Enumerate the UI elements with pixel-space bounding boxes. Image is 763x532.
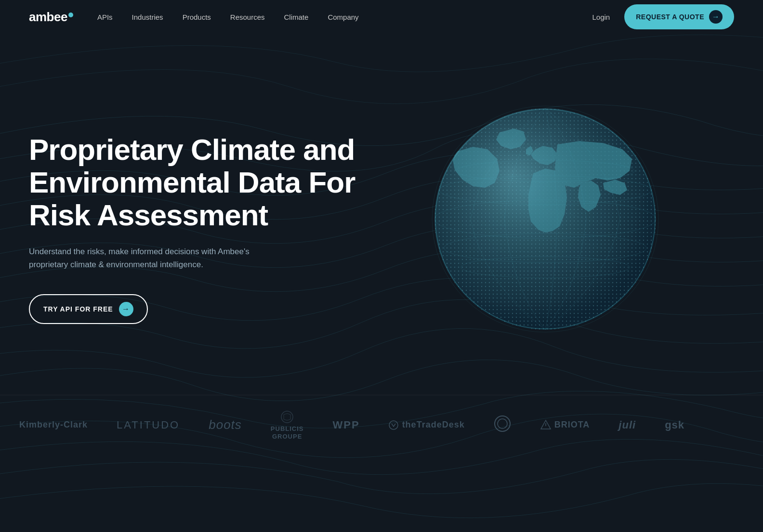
logo-juli: juli — [618, 419, 636, 431]
logo-publicis: PUBLICISGROUPE — [271, 410, 304, 440]
logo-circle-icon — [494, 415, 511, 435]
nav-item-products[interactable]: Products — [183, 13, 211, 21]
hero-section: Proprietary Climate and Environmental Da… — [0, 34, 763, 395]
logo-text: ambee — [29, 10, 67, 25]
logo-kimberly-clark: Kimberly-Clark — [19, 420, 88, 430]
hero-title: Proprietary Climate and Environmental Da… — [29, 133, 356, 232]
nav-item-company[interactable]: Company — [328, 13, 358, 21]
logo-boots: boots — [209, 417, 242, 432]
request-quote-label: REQUEST A QUOTE — [636, 13, 704, 21]
try-api-label: TRY API FOR FREE — [43, 305, 113, 313]
logo[interactable]: ambee — [29, 10, 73, 25]
nav-item-resources[interactable]: Resources — [230, 13, 265, 21]
svg-point-14 — [495, 416, 510, 431]
nav-item-climate[interactable]: Climate — [284, 13, 309, 21]
nav-right: Login REQUEST A QUOTE → — [592, 4, 734, 29]
nav-item-apis[interactable]: APIs — [97, 13, 113, 21]
nav-item-industries[interactable]: Industries — [132, 13, 163, 21]
request-quote-arrow-icon: → — [709, 10, 723, 24]
svg-point-13 — [389, 421, 398, 429]
logo-latitudo: LATITUDO — [117, 419, 180, 431]
login-button[interactable]: Login — [592, 13, 610, 21]
hero-globe — [356, 104, 734, 335]
logo-briota: BRIOTA — [540, 419, 590, 431]
try-api-button[interactable]: TRY API FOR FREE → — [29, 294, 148, 324]
navbar: ambee APIs Industries Products Resources… — [0, 0, 763, 34]
hero-content: Proprietary Climate and Environmental Da… — [29, 114, 356, 324]
try-api-arrow-icon: → — [119, 302, 133, 316]
request-quote-button[interactable]: REQUEST A QUOTE → — [624, 4, 734, 29]
logo-dot — [68, 13, 73, 17]
client-logos-strip: Kimberly-Clark LATITUDO boots PUBLICISGR… — [0, 395, 763, 454]
hero-subtitle: Understand the risks, make informed deci… — [29, 245, 260, 271]
nav-links: APIs Industries Products Resources Clima… — [97, 13, 592, 21]
logo-thetradedesk: theTradeDesk — [389, 420, 465, 430]
svg-point-12 — [281, 411, 293, 423]
logo-wpp: WPP — [333, 419, 360, 431]
globe-visualization — [430, 104, 661, 335]
svg-point-15 — [498, 419, 507, 428]
logo-gsk: gsk — [665, 419, 684, 431]
